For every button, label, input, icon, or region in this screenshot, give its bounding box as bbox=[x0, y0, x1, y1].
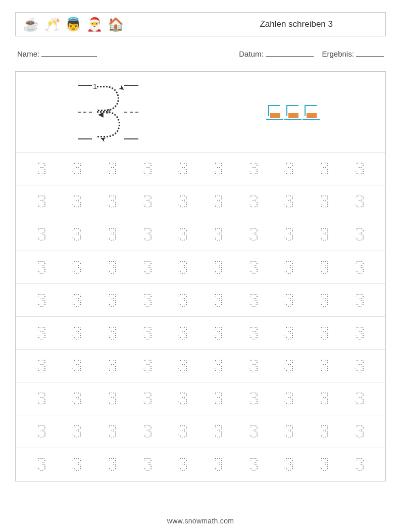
trace-digit-3[interactable]: 3 bbox=[105, 388, 120, 410]
trace-digit-3[interactable]: 3 bbox=[246, 191, 261, 213]
trace-digit-3[interactable]: 3 bbox=[175, 289, 190, 311]
name-blank[interactable] bbox=[41, 50, 97, 57]
trace-digit-3[interactable]: 3 bbox=[69, 355, 84, 377]
trace-digit-3[interactable]: 3 bbox=[246, 454, 261, 475]
trace-digit-3[interactable]: 3 bbox=[317, 355, 332, 377]
trace-digit-3[interactable]: 3 bbox=[246, 224, 261, 246]
trace-digit-3[interactable]: 3 bbox=[105, 158, 120, 180]
trace-digit-3[interactable]: 3 bbox=[211, 158, 226, 180]
trace-digit-3[interactable]: 3 bbox=[69, 191, 84, 213]
trace-digit-3[interactable]: 3 bbox=[69, 454, 84, 475]
trace-digit-3[interactable]: 3 bbox=[317, 322, 332, 344]
trace-digit-3[interactable]: 3 bbox=[69, 388, 84, 410]
trace-digit-3[interactable]: 3 bbox=[105, 421, 120, 443]
trace-digit-3[interactable]: 3 bbox=[352, 421, 367, 443]
trace-digit-3[interactable]: 3 bbox=[317, 388, 332, 410]
trace-digit-3[interactable]: 3 bbox=[140, 289, 155, 311]
date-blank[interactable] bbox=[266, 50, 314, 57]
trace-digit-3[interactable]: 3 bbox=[140, 355, 155, 377]
trace-digit-3[interactable]: 3 bbox=[69, 421, 84, 443]
trace-digit-3[interactable]: 3 bbox=[352, 158, 367, 180]
trace-digit-3[interactable]: 3 bbox=[105, 454, 120, 475]
trace-digit-3[interactable]: 3 bbox=[317, 289, 332, 311]
trace-digit-3[interactable]: 3 bbox=[175, 454, 190, 475]
trace-digit-3[interactable]: 3 bbox=[34, 388, 49, 410]
trace-digit-3[interactable]: 3 bbox=[352, 355, 367, 377]
trace-digit-3[interactable]: 3 bbox=[317, 257, 332, 278]
trace-digit-3[interactable]: 3 bbox=[69, 158, 84, 180]
trace-digit-3[interactable]: 3 bbox=[281, 421, 296, 443]
trace-digit-3[interactable]: 3 bbox=[175, 421, 190, 443]
trace-digit-3[interactable]: 3 bbox=[352, 224, 367, 246]
trace-digit-3[interactable]: 3 bbox=[140, 257, 155, 278]
trace-digit-3[interactable]: 3 bbox=[352, 191, 367, 213]
result-blank[interactable] bbox=[356, 50, 384, 57]
trace-digit-3[interactable]: 3 bbox=[105, 257, 120, 278]
trace-digit-3[interactable]: 3 bbox=[281, 454, 296, 475]
trace-digit-3[interactable]: 3 bbox=[34, 322, 49, 344]
trace-digit-3[interactable]: 3 bbox=[317, 421, 332, 443]
trace-digit-3[interactable]: 3 bbox=[352, 289, 367, 311]
trace-digit-3[interactable]: 3 bbox=[69, 322, 84, 344]
trace-digit-3[interactable]: 3 bbox=[34, 158, 49, 180]
trace-digit-3[interactable]: 3 bbox=[34, 224, 49, 246]
trace-digit-3[interactable]: 3 bbox=[140, 191, 155, 213]
trace-digit-3[interactable]: 3 bbox=[246, 158, 261, 180]
trace-digit-3[interactable]: 3 bbox=[281, 289, 296, 311]
trace-digit-3[interactable]: 3 bbox=[317, 191, 332, 213]
trace-digit-3[interactable]: 3 bbox=[246, 289, 261, 311]
trace-digit-3[interactable]: 3 bbox=[281, 388, 296, 410]
trace-digit-3[interactable]: 3 bbox=[69, 257, 84, 278]
trace-digit-3[interactable]: 3 bbox=[140, 224, 155, 246]
trace-digit-3[interactable]: 3 bbox=[281, 322, 296, 344]
trace-digit-3[interactable]: 3 bbox=[34, 421, 49, 443]
trace-digit-3[interactable]: 3 bbox=[175, 224, 190, 246]
trace-digit-3[interactable]: 3 bbox=[211, 289, 226, 311]
trace-digit-3[interactable]: 3 bbox=[105, 191, 120, 213]
trace-digit-3[interactable]: 3 bbox=[281, 355, 296, 377]
trace-digit-3[interactable]: 3 bbox=[175, 355, 190, 377]
trace-digit-3[interactable]: 3 bbox=[317, 454, 332, 475]
trace-digit-3[interactable]: 3 bbox=[211, 191, 226, 213]
trace-digit-3[interactable]: 3 bbox=[211, 454, 226, 475]
trace-digit-3[interactable]: 3 bbox=[105, 355, 120, 377]
trace-digit-3[interactable]: 3 bbox=[352, 257, 367, 278]
trace-digit-3[interactable]: 3 bbox=[352, 322, 367, 344]
trace-digit-3[interactable]: 3 bbox=[281, 257, 296, 278]
trace-digit-3[interactable]: 3 bbox=[281, 191, 296, 213]
trace-digit-3[interactable]: 3 bbox=[246, 355, 261, 377]
trace-digit-3[interactable]: 3 bbox=[281, 158, 296, 180]
trace-digit-3[interactable]: 3 bbox=[105, 224, 120, 246]
trace-digit-3[interactable]: 3 bbox=[281, 224, 296, 246]
trace-digit-3[interactable]: 3 bbox=[34, 355, 49, 377]
trace-digit-3[interactable]: 3 bbox=[140, 322, 155, 344]
trace-digit-3[interactable]: 3 bbox=[34, 257, 49, 278]
trace-digit-3[interactable]: 3 bbox=[211, 388, 226, 410]
trace-digit-3[interactable]: 3 bbox=[352, 454, 367, 475]
trace-digit-3[interactable]: 3 bbox=[246, 257, 261, 278]
trace-digit-3[interactable]: 3 bbox=[34, 289, 49, 311]
trace-digit-3[interactable]: 3 bbox=[175, 322, 190, 344]
trace-digit-3[interactable]: 3 bbox=[175, 158, 190, 180]
trace-digit-3[interactable]: 3 bbox=[140, 158, 155, 180]
trace-digit-3[interactable]: 3 bbox=[317, 158, 332, 180]
trace-digit-3[interactable]: 3 bbox=[211, 257, 226, 278]
trace-digit-3[interactable]: 3 bbox=[211, 355, 226, 377]
trace-digit-3[interactable]: 3 bbox=[175, 388, 190, 410]
trace-digit-3[interactable]: 3 bbox=[105, 289, 120, 311]
trace-digit-3[interactable]: 3 bbox=[246, 388, 261, 410]
trace-digit-3[interactable]: 3 bbox=[211, 322, 226, 344]
trace-digit-3[interactable]: 3 bbox=[140, 421, 155, 443]
trace-digit-3[interactable]: 3 bbox=[246, 421, 261, 443]
trace-digit-3[interactable]: 3 bbox=[34, 454, 49, 475]
trace-digit-3[interactable]: 3 bbox=[69, 224, 84, 246]
trace-digit-3[interactable]: 3 bbox=[246, 322, 261, 344]
trace-digit-3[interactable]: 3 bbox=[105, 322, 120, 344]
trace-digit-3[interactable]: 3 bbox=[211, 421, 226, 443]
trace-digit-3[interactable]: 3 bbox=[34, 191, 49, 213]
trace-digit-3[interactable]: 3 bbox=[211, 224, 226, 246]
trace-digit-3[interactable]: 3 bbox=[175, 257, 190, 278]
trace-digit-3[interactable]: 3 bbox=[175, 191, 190, 213]
trace-digit-3[interactable]: 3 bbox=[140, 454, 155, 475]
trace-digit-3[interactable]: 3 bbox=[140, 388, 155, 410]
